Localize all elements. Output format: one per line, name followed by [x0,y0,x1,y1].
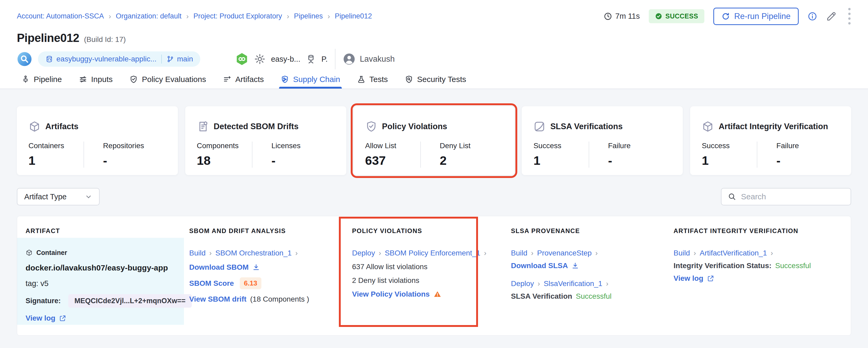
stat-value: 637 [365,153,420,168]
view-log-link[interactable]: View log [674,274,714,283]
table-header: ARTIFACT SBOM AND DRIFT ANALYSIS POLICY … [17,216,851,238]
chevron-right-icon [531,249,533,257]
stat-label: Failure [776,142,840,150]
breadcrumb-pipelines[interactable]: Pipelines [294,12,323,20]
step-link-sbom-policy-enforcement[interactable]: SBOM Policy Enforcement_1 [385,249,480,257]
tab-policy-evaluations[interactable]: Policy Evaluations [128,70,207,89]
sbom-document-icon [197,120,209,133]
cell-sbom: Build SBOM Orchestration_1 Download SBOM… [184,238,347,325]
view-log-link[interactable]: View log [26,314,66,322]
table-row: Container docker.io/lavakush07/easy-bugg… [17,238,851,325]
step-link-sbom-orchestration[interactable]: SBOM Orchestration_1 [215,249,291,257]
stat-label: Containers [28,142,84,150]
external-link-icon [59,315,66,322]
integrity-status-label: Integrity Verification Status: [674,262,772,270]
artifact-tag: tag: v5 [26,279,178,288]
breadcrumb-current-pipeline[interactable]: Pipeline012 [335,12,372,20]
stat-value: 1 [702,153,757,168]
column-header-slsa: SLSA PROVENANCE [506,219,668,235]
download-sbom-link[interactable]: Download SBOM [189,263,260,271]
execution-context: easy-b... P. [235,52,328,66]
stat-label: Allow List [365,142,420,150]
tab-pipeline[interactable]: Pipeline [20,70,63,89]
signature-value: MEQCICde2Vjl...L+2+mqnOXw== [68,294,192,308]
repository-icon [45,55,53,63]
stage-link-deploy[interactable]: Deploy [511,280,534,288]
stat-value: 2 [440,153,503,168]
stage-link-build[interactable]: Build [674,249,690,257]
info-button[interactable] [808,11,817,21]
container-icon [26,249,33,256]
list-plus-icon [223,75,231,84]
breadcrumb-organization[interactable]: Organization: default [116,12,182,20]
supply-chain-page: Account: Automation-SSCA Organization: d… [0,0,868,348]
topbar: Account: Automation-SSCA Organization: d… [0,0,868,26]
tab-label: Artifacts [235,75,264,84]
tab-supply-chain[interactable]: Supply Chain [279,70,342,89]
download-slsa-label: Download SLSA [511,262,568,270]
step-link-provenance[interactable]: ProvenanceStep [537,249,592,257]
stage-link-deploy[interactable]: Deploy [352,249,375,257]
stat-label: Repositories [103,142,166,150]
search-input[interactable] [741,192,844,201]
artifact-scan-icon [17,51,32,67]
tab-label: Policy Evaluations [142,75,206,84]
tab-security-tests[interactable]: Security Tests [403,70,468,89]
slsa-verification-label: SLSA Verification [511,292,572,300]
page-header: Account: Automation-SSCA Organization: d… [0,0,868,89]
card-title: Artifact Integrity Verification [719,122,828,131]
column-header-sbom: SBOM AND DRIFT ANALYSIS [184,219,347,235]
chevron-down-icon [85,193,92,200]
chevron-right-icon [771,249,773,257]
gear-icon [254,53,266,65]
clock-icon [604,12,612,21]
tab-label: Pipeline [34,75,62,84]
shield-check-icon [129,75,138,84]
sbom-drift-components: (18 Components ) [250,295,309,303]
column-header-integrity: ARTIFACT INTEGRITY VERIFICATION [668,219,851,235]
branch-link[interactable]: main [166,55,193,63]
refresh-icon [721,12,730,21]
step-link-slsa-verification[interactable]: SlsaVerification_1 [544,280,602,288]
stat-label: Success [533,142,588,150]
summary-cards: Artifacts Containers1 Repositories- Dete… [17,106,851,175]
flask-icon [357,75,366,84]
breadcrumb-account[interactable]: Account: Automation-SSCA [17,12,104,20]
more-options-button[interactable] [846,7,853,26]
stat-label: Components [197,142,252,150]
breadcrumb-project[interactable]: Project: Product Exploratory [193,12,282,20]
pipeline-icon [21,75,30,84]
download-slsa-link[interactable]: Download SLSA [511,262,579,270]
stat-value: - [103,153,166,168]
card-title: Artifacts [45,122,79,131]
chevron-right-icon [379,249,381,257]
card-title: Detected SBOM Drifts [214,122,299,131]
sbom-score-link[interactable]: SBOM Score [189,279,234,288]
repo-link[interactable]: easybuggy-vulnerable-applic... [45,55,157,63]
card-sbom-drifts: Detected SBOM Drifts Components18 Licens… [185,106,346,175]
artifact-type-dropdown[interactable]: Artifact Type [17,188,100,205]
service-icon [306,54,316,64]
edit-pipeline-button[interactable] [826,11,837,22]
stage-link-build[interactable]: Build [189,249,206,257]
download-icon [252,264,260,271]
signature-label: Signature: [26,297,61,305]
view-policy-violations-link[interactable]: View Policy Violations [352,290,441,298]
deny-list-violations: 2 Deny list violations [352,276,419,285]
step-link-artifact-verification[interactable]: ArtifactVerification_1 [700,249,767,257]
tab-tests[interactable]: Tests [355,70,390,89]
chevron-right-icon [209,249,212,257]
slsa-icon [533,120,546,133]
stat-value: 18 [197,153,252,168]
stage-link-build[interactable]: Build [511,249,527,257]
rerun-pipeline-button[interactable]: Re-run Pipeline [713,8,799,25]
search-box [721,188,851,205]
harness-hexagon-icon [235,52,249,66]
build-meta-row: easybuggy-vulnerable-applic... main easy… [17,51,868,67]
tab-inputs[interactable]: Inputs [77,70,114,89]
breadcrumb-separator [287,12,289,21]
card-policy-violations: Policy Violations Allow List637 Deny Lis… [353,106,515,175]
view-sbom-drift-link[interactable]: View SBOM drift [189,295,246,303]
tab-artifacts[interactable]: Artifacts [221,70,266,89]
artifact-type-label: Artifact Type [24,193,67,201]
